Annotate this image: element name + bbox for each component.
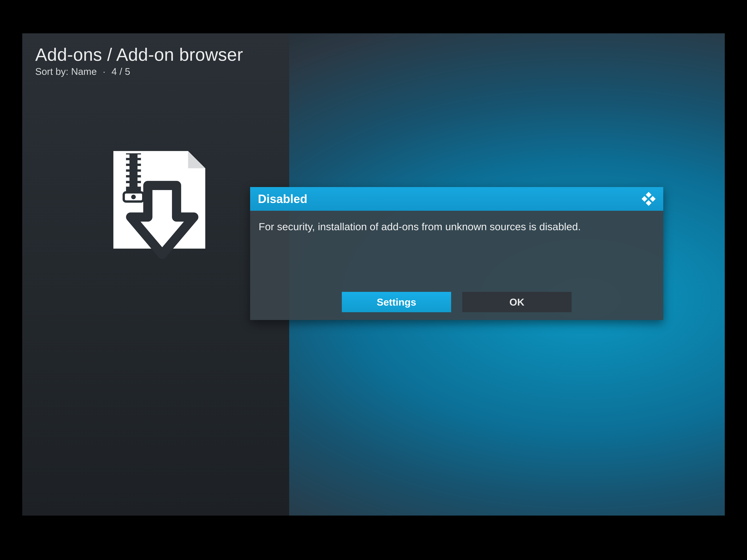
list-position: 4 / 5: [111, 66, 130, 77]
breadcrumb: Add-ons / Add-on browser: [35, 45, 243, 65]
header-subline: Sort by: Name · 4 / 5: [35, 66, 243, 77]
svg-rect-11: [126, 183, 129, 187]
svg-rect-8: [137, 172, 141, 175]
svg-rect-9: [126, 178, 129, 181]
dialog-titlebar: Disabled: [250, 187, 663, 211]
dialog-message: For security, installation of add-ons fr…: [259, 220, 655, 234]
svg-rect-3: [126, 160, 129, 164]
svg-rect-5: [126, 166, 129, 169]
svg-point-14: [131, 195, 136, 199]
svg-rect-10: [137, 178, 141, 181]
svg-rect-1: [126, 155, 129, 158]
svg-rect-2: [137, 155, 141, 158]
kodi-logo-icon: [641, 191, 656, 207]
page-header: Add-ons / Add-on browser Sort by: Name ·…: [35, 45, 243, 77]
sort-by-label: Sort by: Name: [35, 66, 97, 77]
separator-dot: ·: [103, 66, 105, 77]
settings-button[interactable]: Settings: [342, 292, 451, 312]
svg-rect-12: [137, 183, 141, 187]
dialog-button-row: Settings OK: [250, 289, 663, 320]
dialog-body: For security, installation of add-ons fr…: [250, 211, 663, 289]
app-screen: Add-ons / Add-on browser Sort by: Name ·…: [22, 33, 725, 515]
svg-rect-6: [137, 166, 141, 169]
unknown-sources-dialog: Disabled For security, installation of a…: [250, 187, 663, 320]
dialog-title: Disabled: [258, 192, 307, 206]
svg-rect-7: [126, 172, 129, 175]
svg-rect-4: [137, 160, 141, 164]
ok-button[interactable]: OK: [462, 292, 571, 312]
left-info-pane: [22, 33, 289, 515]
zip-install-icon: [102, 144, 217, 267]
